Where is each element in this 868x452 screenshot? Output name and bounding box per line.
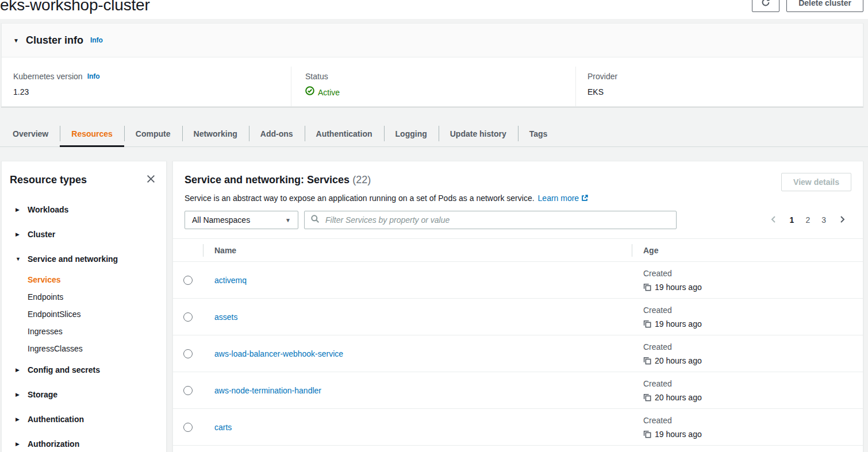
tab-label: Tags: [529, 129, 548, 138]
caret-right-icon: ▶: [16, 207, 22, 213]
row-name-cell: assets: [203, 299, 632, 335]
copy-icon[interactable]: [643, 320, 651, 328]
service-name-link[interactable]: assets: [214, 312, 237, 322]
sidebar-group-workloads[interactable]: ▶Workloads: [10, 197, 158, 222]
sidebar-group-service-and-networking[interactable]: ▼Service and networking: [10, 246, 158, 271]
age-created-label: Created: [643, 268, 863, 279]
learn-more-link[interactable]: Learn more: [538, 194, 589, 203]
row-radio[interactable]: [183, 312, 193, 322]
services-table: NameAge activemqCreated19 hours agoasset…: [173, 238, 863, 452]
close-panel-button[interactable]: [145, 173, 157, 187]
pagination-next-button[interactable]: [838, 215, 847, 226]
row-age-cell: Created19 hours ago: [632, 299, 863, 335]
service-name-link[interactable]: carts: [214, 423, 232, 432]
namespace-select[interactable]: All Namespaces ▼: [185, 211, 298, 229]
sidebar-group-label: Workloads: [28, 205, 68, 214]
cluster-info-header[interactable]: ▼ Cluster info Info: [2, 24, 863, 57]
sidebar-item-ingresses[interactable]: Ingresses: [10, 323, 158, 340]
row-radio[interactable]: [183, 276, 193, 285]
refresh-button[interactable]: [752, 0, 779, 12]
copy-icon[interactable]: [643, 430, 651, 438]
tab-label: Add-ons: [260, 129, 293, 138]
sidebar-group-config-and-secrets[interactable]: ▶Config and secrets: [10, 357, 158, 382]
service-name-link[interactable]: aws-node-termination-handler: [214, 386, 321, 395]
resource-types-panel: Resource types ▶Workloads▶Cluster▼Servic…: [1, 161, 167, 452]
page-number-3[interactable]: 3: [821, 214, 826, 226]
row-radio[interactable]: [183, 349, 193, 358]
copy-icon[interactable]: [643, 283, 651, 291]
sidebar-group-label: Authentication: [28, 415, 84, 424]
tab-overview[interactable]: Overview: [1, 121, 60, 146]
service-name-link[interactable]: aws-load-balancer-webhook-service: [214, 349, 343, 358]
tab-networking[interactable]: Networking: [182, 121, 249, 146]
age-created-label: Created: [643, 341, 863, 353]
caret-down-icon: ▼: [16, 256, 22, 262]
copy-icon[interactable]: [643, 357, 651, 365]
age-text: 19 hours ago: [655, 318, 702, 330]
sidebar-group-label: Service and networking: [28, 254, 118, 264]
tab-resources[interactable]: Resources: [60, 121, 124, 146]
tab-logging[interactable]: Logging: [384, 121, 439, 146]
field-label-text: Status: [305, 71, 328, 82]
page-number-1[interactable]: 1: [790, 214, 794, 226]
age-text: 19 hours ago: [655, 428, 702, 440]
chevron-left-icon: [769, 215, 778, 226]
row-name-cell: aws-load-balancer-webhook-service: [203, 335, 632, 372]
cluster-info-info-link[interactable]: Info: [90, 36, 103, 44]
table-row: cartsCreated19 hours ago: [173, 409, 863, 446]
cluster-info-field: StatusActive: [291, 67, 575, 106]
pagination-prev-button[interactable]: [769, 215, 778, 226]
caret-right-icon: ▶: [16, 441, 22, 447]
field-label: Status: [305, 71, 564, 82]
table-header: NameAge: [173, 238, 863, 262]
tab-compute[interactable]: Compute: [124, 121, 182, 146]
column-header-age: Age: [632, 245, 863, 256]
row-name-cell: activemq: [203, 262, 632, 298]
row-select-cell: [173, 409, 203, 445]
caret-right-icon: ▶: [16, 367, 22, 373]
tab-label: Compute: [136, 129, 171, 138]
refresh-icon: [761, 0, 770, 9]
row-radio[interactable]: [183, 386, 193, 395]
sidebar-item-endpointslices[interactable]: EndpointSlices: [10, 306, 158, 323]
sidebar-group-cluster[interactable]: ▶Cluster: [10, 222, 158, 246]
view-details-button[interactable]: View details: [781, 173, 851, 191]
row-select-cell: [173, 446, 203, 452]
delete-cluster-button[interactable]: Delete cluster: [786, 0, 863, 12]
table-row: aws-node-termination-handlerCreated20 ho…: [173, 372, 863, 409]
copy-icon[interactable]: [643, 393, 651, 401]
page-number-2[interactable]: 2: [805, 214, 810, 226]
tab-label: Update history: [450, 129, 506, 138]
sidebar-item-services[interactable]: Services: [10, 271, 158, 288]
field-info-link[interactable]: Info: [87, 71, 100, 82]
row-name-cell: aws-node-termination-handler: [203, 372, 632, 408]
sidebar-group-storage[interactable]: ▶Storage: [10, 382, 158, 407]
tab-add-ons[interactable]: Add-ons: [249, 121, 305, 146]
eks-console-page: eks-workshop-cluster Delete cluster ▼ Cl…: [0, 0, 868, 452]
sidebar-group-authentication[interactable]: ▶Authentication: [10, 407, 158, 431]
sidebar-item-ingressclasses[interactable]: IngressClasses: [10, 340, 158, 357]
table-row: aws-load-balancer-webhook-serviceCreated…: [173, 335, 863, 372]
row-age-cell: Created20 hours ago: [632, 335, 863, 372]
caret-right-icon: ▶: [16, 392, 22, 397]
close-icon: [146, 174, 156, 186]
search-input[interactable]: [324, 215, 670, 225]
row-age-cell: Created19 hours ago: [632, 409, 863, 445]
age-created-label: Created: [643, 304, 863, 316]
tab-update-history[interactable]: Update history: [439, 121, 518, 146]
sidebar-group-label: Cluster: [28, 230, 55, 239]
column-header-name: Name: [203, 245, 632, 256]
sidebar-group-authorization[interactable]: ▶Authorization: [10, 431, 158, 452]
cluster-info-section: ▼ Cluster info Info Kubernetes versionIn…: [1, 23, 863, 107]
sidebar-item-endpoints[interactable]: Endpoints: [10, 288, 158, 306]
resource-types-header: Resource types: [10, 173, 158, 187]
page-header: eks-workshop-cluster Delete cluster: [0, 0, 868, 19]
service-name-link[interactable]: activemq: [214, 276, 247, 285]
tab-authentication[interactable]: Authentication: [305, 121, 384, 146]
sidebar-group-label: Config and secrets: [28, 365, 100, 374]
filter-row: All Namespaces ▼ 123: [185, 211, 851, 229]
status-badge: Active: [305, 86, 564, 98]
tab-tags[interactable]: Tags: [518, 121, 559, 146]
row-radio[interactable]: [183, 423, 193, 432]
tab-label: Overview: [13, 129, 48, 138]
